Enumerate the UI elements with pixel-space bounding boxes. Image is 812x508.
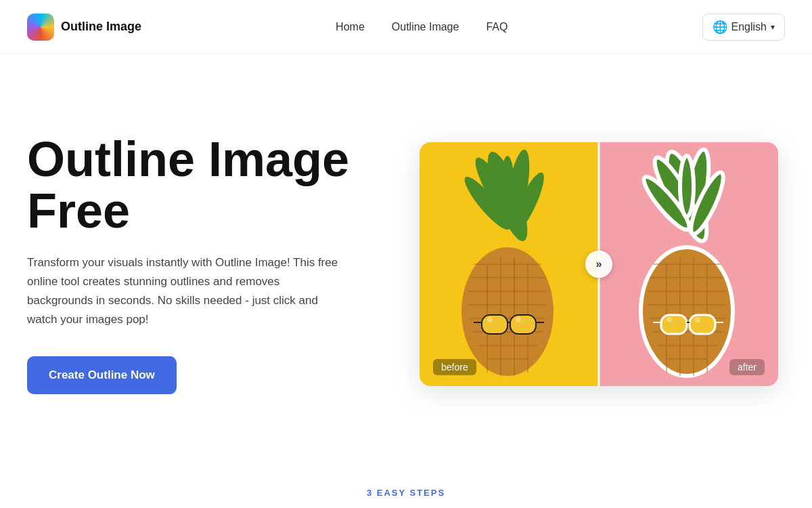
hero-content: Outline Image Free Transform your visual… <box>27 134 379 394</box>
svg-rect-46 <box>690 315 715 334</box>
svg-point-6 <box>461 247 554 376</box>
comparison-after <box>599 142 778 386</box>
hero-title-line1: Outline Image <box>27 132 349 186</box>
language-label: English <box>731 21 767 33</box>
svg-point-5 <box>501 156 514 217</box>
nav-item-home[interactable]: Home <box>336 21 365 33</box>
svg-point-50 <box>667 317 672 322</box>
hero-title: Outline Image Free <box>27 134 379 236</box>
svg-rect-45 <box>661 315 687 334</box>
logo-text: Outline Image <box>61 20 141 34</box>
after-label: after <box>729 359 765 375</box>
nav-item-faq[interactable]: FAQ <box>486 21 508 33</box>
hero-title-line2: Free <box>27 184 130 238</box>
logo-icon <box>27 14 54 41</box>
pineapple-after-svg <box>599 142 778 386</box>
steps-section: 3 EASY STEPS <box>0 474 812 508</box>
nav-links: Home Outline Image FAQ <box>336 21 508 33</box>
svg-rect-20 <box>510 315 536 334</box>
chevron-down-icon: ▾ <box>771 22 775 32</box>
language-selector[interactable]: 🌐 English ▾ <box>702 14 785 41</box>
svg-rect-19 <box>482 315 508 334</box>
steps-label: 3 EASY STEPS <box>367 488 445 498</box>
hero-section: Outline Image Free Transform your visual… <box>0 54 812 474</box>
before-label: before <box>433 359 476 375</box>
svg-point-32 <box>641 247 733 376</box>
hero-image: » before after <box>420 142 785 386</box>
navbar: Outline Image Home Outline Image FAQ 🌐 E… <box>0 0 812 54</box>
nav-item-outline[interactable]: Outline Image <box>392 21 459 33</box>
comparison-widget: » before after <box>420 142 778 386</box>
pineapple-before-svg <box>420 142 599 386</box>
nav-link-faq[interactable]: FAQ <box>486 21 508 33</box>
svg-point-24 <box>487 317 493 322</box>
hero-description: Transform your visuals instantly with Ou… <box>27 253 338 329</box>
globe-icon: 🌐 <box>713 20 727 35</box>
svg-point-51 <box>695 317 700 322</box>
nav-link-home[interactable]: Home <box>336 21 365 33</box>
svg-point-25 <box>516 317 521 322</box>
create-outline-button[interactable]: Create Outline Now <box>27 356 177 394</box>
comparison-handle-button[interactable]: » <box>585 251 612 278</box>
comparison-before <box>420 142 599 386</box>
logo[interactable]: Outline Image <box>27 14 141 41</box>
svg-point-31 <box>680 156 694 217</box>
nav-link-outline[interactable]: Outline Image <box>392 21 459 33</box>
